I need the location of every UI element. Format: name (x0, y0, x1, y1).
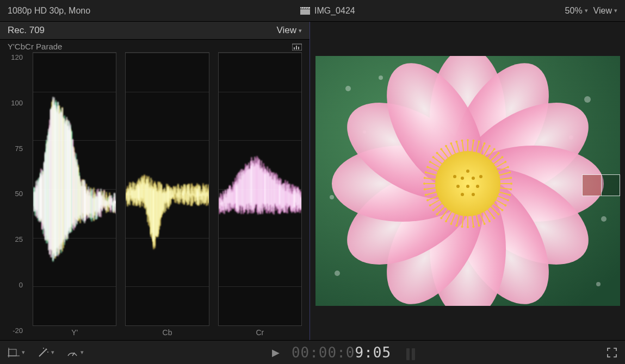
svg-point-44 (510, 183, 512, 185)
svg-rect-0 (300, 9, 310, 15)
svg-rect-139 (9, 349, 16, 356)
svg-point-33 (461, 177, 464, 180)
main-area: Rec. 709 View ▾ Y'CbCr Parade 1201007550… (0, 22, 625, 340)
svg-point-86 (426, 199, 429, 202)
zoom-value: 50% (565, 6, 583, 16)
svg-point-40 (479, 175, 482, 178)
chevron-down-icon: ▾ (22, 349, 25, 356)
svg-point-39 (453, 175, 456, 178)
crop-overlay[interactable] (582, 174, 620, 196)
svg-point-19 (330, 195, 334, 199)
svg-point-104 (436, 152, 438, 154)
clapperboard-icon (300, 7, 310, 15)
scope-view-menu[interactable]: View ▾ (276, 25, 302, 36)
svg-point-114 (461, 140, 463, 142)
svg-point-118 (472, 140, 474, 142)
svg-point-90 (423, 188, 425, 190)
svg-point-56 (497, 214, 499, 216)
viewer (310, 22, 625, 340)
scope-subheader: Y'CbCr Parade (0, 40, 310, 52)
scope-channels: Y'CbCr (33, 52, 302, 337)
svg-point-98 (426, 166, 429, 168)
svg-point-88 (424, 194, 426, 196)
svg-point-11 (345, 86, 351, 91)
chevron-down-icon: ▾ (51, 349, 54, 356)
scope-channel-label: Y' (33, 326, 116, 337)
svg-point-143 (46, 348, 47, 350)
scope-channel-label: Cr (218, 326, 302, 337)
svg-point-92 (423, 183, 425, 185)
magic-wand-icon (37, 348, 49, 357)
svg-point-78 (440, 217, 442, 219)
svg-point-50 (506, 199, 509, 202)
scope-channel-cb: Cb (125, 52, 209, 337)
enhance-menu[interactable]: ▾ (37, 348, 54, 357)
project-format: 1080p HD 30p, Mono (8, 6, 90, 16)
clip-info: IMG_0424 (300, 6, 355, 16)
svg-point-12 (379, 76, 383, 80)
audio-meter[interactable] (403, 345, 418, 360)
svg-point-76 (445, 220, 447, 222)
svg-point-37 (476, 185, 479, 188)
chevron-down-icon: ▾ (614, 7, 617, 14)
viewer-toolbar: ▾ ▾ ▾ ▶ 00:00:09:05 (0, 340, 625, 364)
play-button[interactable]: ▶ (272, 347, 280, 359)
scope-y-axis: 1201007550250-20 (8, 52, 23, 337)
svg-point-66 (472, 225, 474, 228)
zoom-menu[interactable]: 50% ▾ (565, 6, 588, 16)
svg-point-35 (466, 185, 469, 188)
svg-point-122 (483, 142, 485, 145)
svg-point-134 (506, 166, 509, 168)
svg-point-62 (483, 223, 485, 225)
chevron-down-icon: ▾ (585, 7, 588, 14)
scope-color-space: Rec. 709 (8, 25, 45, 36)
transform-menu[interactable]: ▾ (8, 348, 25, 357)
svg-point-38 (466, 170, 469, 173)
svg-point-106 (440, 148, 442, 150)
svg-point-46 (510, 188, 512, 190)
svg-point-94 (423, 177, 425, 179)
svg-rect-8 (296, 46, 297, 49)
video-frame-image (315, 56, 620, 306)
svg-point-138 (510, 177, 512, 179)
svg-point-18 (601, 216, 607, 222)
svg-point-145 (43, 348, 44, 349)
svg-point-36 (456, 185, 460, 188)
svg-point-41 (461, 193, 464, 196)
svg-point-68 (467, 226, 469, 228)
svg-point-72 (455, 224, 457, 227)
scope-mode: Y'CbCr Parade (8, 42, 62, 51)
svg-point-116 (467, 139, 469, 141)
svg-rect-7 (294, 47, 295, 49)
scope-header: Rec. 709 View ▾ (0, 22, 310, 40)
fullscreen-button[interactable] (607, 347, 617, 358)
svg-point-84 (429, 204, 431, 206)
viewer-top-bar: 1080p HD 30p, Mono IMG_0424 50% ▾ View ▾ (0, 0, 625, 22)
speedometer-icon (66, 348, 78, 357)
viewer-canvas[interactable] (315, 56, 620, 306)
svg-point-110 (450, 142, 452, 145)
svg-point-96 (424, 171, 426, 173)
crop-icon (8, 348, 20, 357)
viewer-view-menu[interactable]: View ▾ (593, 6, 617, 16)
timecode-display[interactable]: 00:00:09:05 (292, 344, 391, 361)
svg-line-142 (39, 350, 46, 356)
chevron-down-icon: ▾ (299, 27, 302, 34)
svg-point-136 (509, 171, 511, 173)
retime-menu[interactable]: ▾ (66, 348, 84, 357)
svg-point-112 (455, 141, 457, 143)
svg-point-128 (497, 152, 499, 154)
svg-point-15 (596, 282, 601, 286)
svg-point-132 (504, 161, 506, 163)
svg-point-42 (472, 193, 475, 196)
svg-point-70 (461, 225, 463, 228)
svg-point-126 (493, 148, 495, 150)
svg-point-54 (501, 209, 503, 211)
scope-channel-label: Cb (125, 326, 209, 337)
svg-point-34 (472, 177, 475, 180)
svg-rect-9 (298, 47, 299, 49)
svg-point-80 (436, 214, 438, 216)
svg-point-52 (504, 204, 506, 206)
svg-point-13 (584, 96, 591, 103)
scope-settings-icon[interactable] (292, 43, 302, 51)
